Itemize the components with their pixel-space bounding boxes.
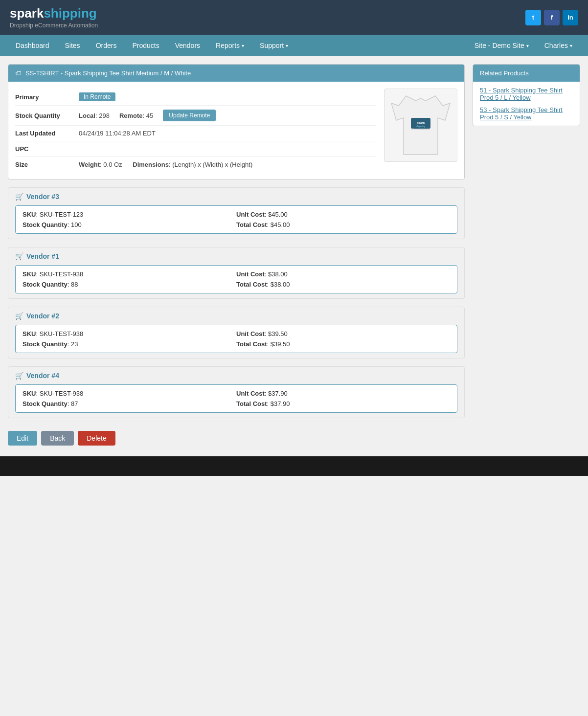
- vendor-stock-quantity: Stock Quantity: 100: [23, 221, 236, 228]
- vendor-section-vendor-#1: 🛒 Vendor #1 SKU: SKU-TEST-938 Unit Cost:…: [8, 247, 465, 299]
- primary-value: In Remote: [79, 92, 376, 101]
- stock-label: Stock Quantity: [15, 112, 79, 119]
- nav-orders[interactable]: Orders: [88, 35, 125, 56]
- back-button[interactable]: Back: [41, 431, 74, 446]
- logo-spark: spark: [10, 6, 44, 21]
- vendor-name: Vendor #2: [26, 312, 59, 320]
- cart-icon: 🛒: [15, 252, 23, 260]
- vendor-stock-quantity: Stock Quantity: 23: [23, 340, 236, 348]
- primary-badge: In Remote: [79, 92, 115, 101]
- nav-bar: Dashboard Sites Orders Products Vendors …: [0, 35, 588, 56]
- vendor-card: SKU: SKU-TEST-938 Unit Cost: $37.90 Stoc…: [15, 384, 457, 413]
- main-panel: 🏷 SS-TSHIRT - Spark Shipping Tee Shirt M…: [8, 64, 465, 448]
- related-products-card: Related Products 51 - Spark Shipping Tee…: [473, 64, 580, 126]
- vendor-header: 🛒 Vendor #4: [15, 372, 457, 380]
- tag-icon: 🏷: [15, 69, 22, 77]
- remote-stock: Remote: 45: [119, 112, 153, 119]
- upc-label: UPC: [15, 145, 79, 153]
- site-dropdown-arrow: ▾: [526, 43, 529, 48]
- content-area: 🏷 SS-TSHIRT - Spark Shipping Tee Shirt M…: [0, 56, 588, 456]
- nav-support[interactable]: Support ▾: [252, 35, 296, 56]
- vendor-sku: SKU: SKU-TEST-938: [23, 270, 236, 278]
- vendor-unit-cost: Unit Cost: $38.00: [236, 270, 450, 278]
- svg-text:eCommerce Automation: eCommerce Automation: [411, 128, 430, 130]
- charles-dropdown-arrow: ▾: [570, 43, 572, 48]
- vendor-info-grid: SKU: SKU-TEST-938 Unit Cost: $38.00 Stoc…: [23, 270, 450, 288]
- related-2[interactable]: 53 - Spark Shipping Tee Shirt Prod 5 / S…: [480, 106, 573, 121]
- vendor-section-vendor-#2: 🛒 Vendor #2 SKU: SKU-TEST-938 Unit Cost:…: [8, 307, 465, 358]
- vendor-header: 🛒 Vendor #2: [15, 312, 457, 320]
- vendor-section-vendor-#3: 🛒 Vendor #3 SKU: SKU-TEST-123 Unit Cost:…: [8, 187, 465, 239]
- top-header: sparkshipping Dropship eCommerce Automat…: [0, 0, 588, 35]
- vendors-container: 🛒 Vendor #3 SKU: SKU-TEST-123 Unit Cost:…: [8, 187, 465, 418]
- vendor-stock-quantity: Stock Quantity: 88: [23, 281, 236, 288]
- svg-text:shipping: shipping: [416, 125, 426, 128]
- vendor-header: 🛒 Vendor #3: [15, 193, 457, 201]
- last-updated-row: Last Updated 04/24/19 11:04:28 AM EDT: [15, 126, 376, 141]
- vendor-total-cost: Total Cost: $39.50: [236, 340, 450, 348]
- nav-reports[interactable]: Reports ▾: [208, 35, 252, 56]
- cart-icon: 🛒: [15, 312, 23, 320]
- vendor-sku: SKU: SKU-TEST-123: [23, 211, 236, 218]
- size-row: Size Weight: 0.0 Oz Dimensions: (Length)…: [15, 157, 376, 172]
- primary-label: Primary: [15, 93, 79, 101]
- support-dropdown-arrow: ▾: [286, 43, 288, 48]
- vendor-name: Vendor #4: [26, 372, 59, 380]
- last-updated-label: Last Updated: [15, 130, 79, 137]
- primary-row: Primary In Remote: [15, 89, 376, 106]
- svg-text:spark: spark: [417, 121, 425, 124]
- vendor-unit-cost: Unit Cost: $37.90: [236, 390, 450, 397]
- stock-value: Local: 298 Remote: 45 Update Remote: [79, 110, 376, 121]
- related-products-header: Related Products: [473, 65, 580, 82]
- vendor-unit-cost: Unit Cost: $39.50: [236, 330, 450, 337]
- brand-logo: sparkshipping Dropship eCommerce Automat…: [10, 6, 98, 29]
- social-icons: t f in: [525, 10, 578, 25]
- delete-button[interactable]: Delete: [78, 431, 115, 446]
- last-updated-value: 04/24/19 11:04:28 AM EDT: [79, 130, 376, 137]
- vendor-total-cost: Total Cost: $45.00: [236, 221, 450, 228]
- edit-button[interactable]: Edit: [8, 431, 37, 446]
- product-card-body: Primary In Remote Stock Quantity Local: …: [8, 82, 464, 179]
- vendor-unit-cost: Unit Cost: $45.00: [236, 211, 450, 218]
- vendor-info-grid: SKU: SKU-TEST-123 Unit Cost: $45.00 Stoc…: [23, 211, 450, 228]
- vendor-card: SKU: SKU-TEST-938 Unit Cost: $38.00 Stoc…: [15, 265, 457, 293]
- local-value: 298: [99, 112, 110, 119]
- product-title: SS-TSHIRT - Spark Shipping Tee Shirt Med…: [25, 69, 191, 77]
- vendor-info-grid: SKU: SKU-TEST-938 Unit Cost: $39.50 Stoc…: [23, 330, 450, 348]
- vendor-total-cost: Total Cost: $38.00: [236, 281, 450, 288]
- vendor-card: SKU: SKU-TEST-123 Unit Cost: $45.00 Stoc…: [15, 205, 457, 234]
- side-panel: Related Products 51 - Spark Shipping Tee…: [473, 64, 580, 448]
- vendor-name: Vendor #3: [26, 193, 59, 201]
- dimensions-value: (Length) x (Width) x (Height): [172, 161, 252, 168]
- nav-products[interactable]: Products: [124, 35, 167, 56]
- nav-left: Dashboard Sites Orders Products Vendors …: [8, 35, 467, 56]
- info-with-image: Primary In Remote Stock Quantity Local: …: [15, 89, 457, 172]
- vendor-header: 🛒 Vendor #1: [15, 252, 457, 260]
- update-remote-button[interactable]: Update Remote: [163, 110, 216, 121]
- nav-site-demo[interactable]: Site - Demo Site ▾: [467, 35, 537, 56]
- remote-value: 45: [146, 112, 153, 119]
- vendor-card: SKU: SKU-TEST-938 Unit Cost: $39.50 Stoc…: [15, 325, 457, 353]
- facebook-icon[interactable]: f: [544, 10, 560, 25]
- vendor-info-grid: SKU: SKU-TEST-938 Unit Cost: $37.90 Stoc…: [23, 390, 450, 407]
- info-fields: Primary In Remote Stock Quantity Local: …: [15, 89, 376, 172]
- tshirt-svg: spark shipping eCommerce Automation: [389, 91, 452, 159]
- nav-dashboard[interactable]: Dashboard: [8, 35, 57, 56]
- nav-right: Site - Demo Site ▾ Charles ▾: [467, 35, 580, 56]
- linkedin-icon[interactable]: in: [563, 10, 578, 25]
- product-image: spark shipping eCommerce Automation: [384, 89, 457, 162]
- size-label: Size: [15, 161, 79, 168]
- related-products-body: 51 - Spark Shipping Tee Shirt Prod 5 / L…: [473, 82, 580, 126]
- stock-row: Stock Quantity Local: 298 Remote: 45 Upd…: [15, 106, 376, 126]
- product-info-card: 🏷 SS-TSHIRT - Spark Shipping Tee Shirt M…: [8, 64, 465, 179]
- twitter-icon[interactable]: t: [525, 10, 541, 25]
- related-1[interactable]: 51 - Spark Shipping Tee Shirt Prod 5 / L…: [480, 87, 573, 101]
- nav-sites[interactable]: Sites: [57, 35, 88, 56]
- logo-shipping: shipping: [44, 6, 96, 21]
- cart-icon: 🛒: [15, 193, 23, 201]
- nav-charles[interactable]: Charles ▾: [537, 35, 580, 56]
- cart-icon: 🛒: [15, 372, 23, 380]
- stock-details: Local: 298 Remote: 45 Update Remote: [79, 110, 376, 121]
- nav-vendors[interactable]: Vendors: [167, 35, 208, 56]
- upc-row: UPC: [15, 141, 376, 157]
